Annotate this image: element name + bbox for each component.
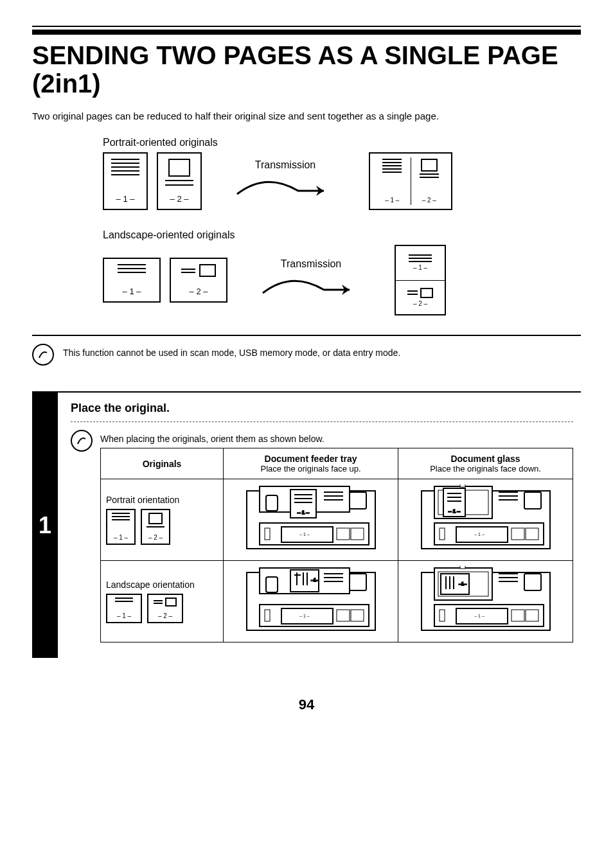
svg-text:–1–: –1–: [311, 578, 319, 582]
rule-thin: [32, 26, 581, 27]
orientation-table: Originals Document feeder tray Place the…: [100, 448, 573, 642]
merged-page-landscape: – 1 – – 2 –: [395, 245, 446, 315]
dashed-separator: [71, 421, 573, 422]
diagram-portrait: Portrait-oriented originals – 1 – – 2 – …: [32, 137, 581, 210]
svg-text:– 1 –: – 1 –: [298, 509, 309, 515]
diagram-landscape: Landscape-oriented originals – 1 – – 2 –…: [32, 229, 581, 315]
note-icon: [71, 430, 93, 452]
printer-feeder-icon: – 1 – – 1: [240, 484, 382, 555]
svg-rect-49: [350, 574, 366, 590]
page-landscape-1: – 1 –: [103, 258, 161, 303]
page-number: 94: [32, 696, 581, 713]
svg-text:– 1 –: – 1 –: [299, 532, 310, 536]
step-title: Place the original.: [71, 402, 573, 415]
page-portrait-2: – 2 –: [157, 152, 202, 210]
arrow-icon: [234, 175, 337, 203]
svg-rect-30: [524, 492, 541, 509]
svg-rect-39: [266, 577, 278, 592]
page-portrait-1: – 1 –: [103, 152, 148, 210]
step-number: 1: [32, 393, 58, 658]
svg-rect-26: [460, 484, 465, 487]
printer-feeder-icon: –1– – 1 –: [240, 566, 382, 637]
col-originals: Originals: [101, 448, 224, 479]
transmission-label-2: Transmission: [281, 258, 342, 269]
page-title: SENDING TWO PAGES AS A SINGLE PAGE (2in1…: [32, 41, 581, 98]
table-row: Landscape orientation – 1 – – 2 –: [101, 561, 573, 642]
transmission-label: Transmission: [255, 159, 316, 170]
printer-glass-icon: – 1 – – 1 –: [415, 484, 556, 555]
svg-text:– 1 –: – 1 –: [474, 532, 484, 536]
table-row: Portrait orientation – 1 – – 2 –: [101, 479, 573, 561]
step-note: When placing the originals, orient them …: [100, 430, 573, 444]
note-row: This function cannot be used in scan mod…: [32, 344, 581, 366]
svg-rect-68: [524, 574, 541, 590]
printer-glass-icon: –1– – 1 –: [415, 566, 556, 637]
diagram-landscape-label: Landscape-oriented originals: [103, 229, 581, 241]
svg-rect-64: [460, 566, 465, 569]
page-landscape-2: – 2 –: [170, 258, 227, 303]
svg-rect-11: [350, 492, 366, 509]
col-feeder: Document feeder tray Place the originals…: [224, 448, 398, 479]
intro-text: Two original pages can be reduced to hal…: [32, 111, 581, 121]
svg-text:– 1 –: – 1 –: [449, 508, 460, 514]
divider: [32, 335, 581, 336]
svg-text:– 1 –: – 1 –: [299, 614, 310, 618]
col-glass: Document glass Place the originals face …: [398, 448, 573, 479]
note-icon: [32, 344, 54, 366]
diagram-portrait-label: Portrait-oriented originals: [103, 137, 581, 148]
rule-thick: [32, 30, 581, 35]
merged-page-portrait: – 1 – – 2 –: [369, 152, 452, 210]
svg-text:– 1 –: – 1 –: [474, 614, 484, 618]
note-text: This function cannot be used in scan mod…: [63, 344, 400, 358]
step-1: 1 Place the original. When placing the o…: [32, 391, 581, 658]
svg-rect-2: [266, 495, 278, 511]
svg-text:–1–: –1–: [459, 581, 466, 586]
arrow-icon: [260, 274, 362, 302]
